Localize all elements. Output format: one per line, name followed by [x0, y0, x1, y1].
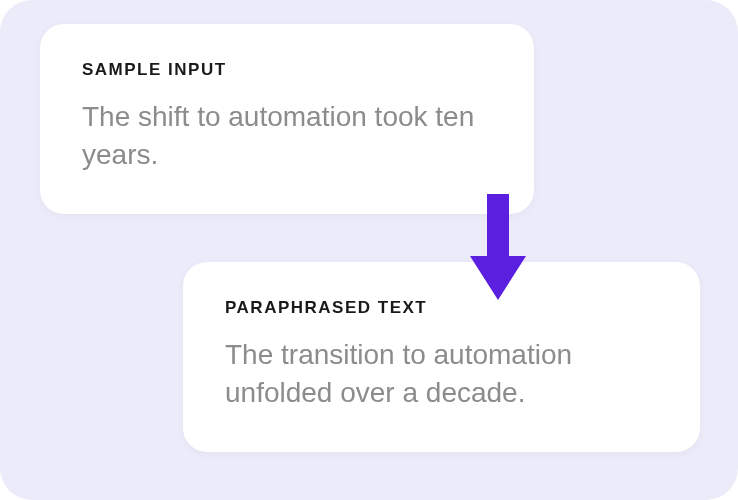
diagram-container: SAMPLE INPUT The shift to automation too… [0, 0, 738, 500]
arrow-down-icon [470, 194, 526, 300]
output-card: PARAPHRASED TEXT The transition to autom… [183, 262, 700, 452]
input-card-label: SAMPLE INPUT [82, 60, 492, 80]
input-card-text: The shift to automation took ten years. [82, 98, 492, 174]
output-card-text: The transition to automation unfolded ov… [225, 336, 658, 412]
input-card: SAMPLE INPUT The shift to automation too… [40, 24, 534, 214]
output-card-label: PARAPHRASED TEXT [225, 298, 658, 318]
